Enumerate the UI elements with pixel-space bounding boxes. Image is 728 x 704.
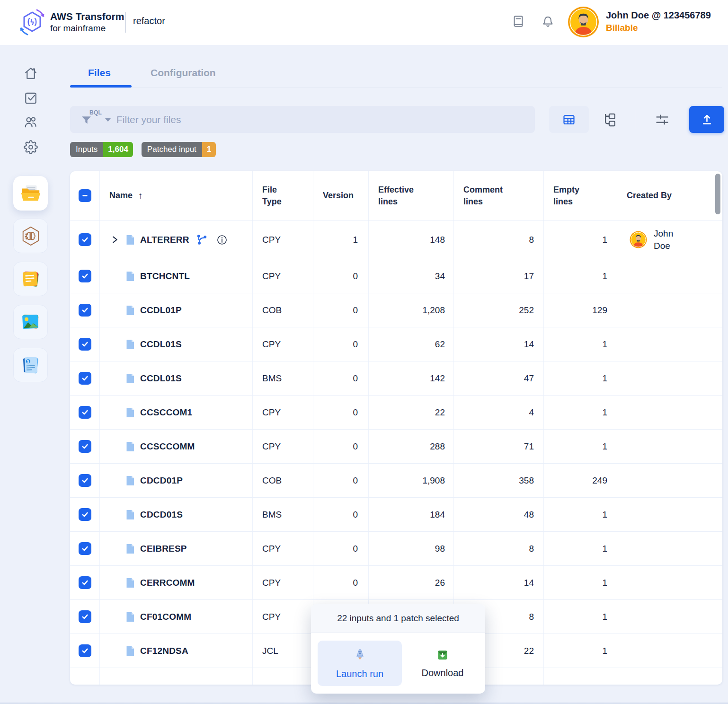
row-checkbox[interactable] — [70, 634, 99, 668]
row-checkbox[interactable] — [70, 361, 99, 395]
sidebar-billing-card[interactable] — [13, 348, 48, 382]
indeterminate-checkbox-icon[interactable] — [79, 189, 91, 202]
row-checkbox[interactable] — [70, 259, 99, 293]
folder-icon — [20, 183, 42, 204]
sidebar-home-icon[interactable] — [24, 66, 38, 80]
created-by-cell — [617, 566, 722, 599]
filter-funnel-icon[interactable] — [81, 116, 92, 125]
file-name-cell[interactable]: CCDL01S — [99, 361, 252, 395]
file-name-cell[interactable]: CF01COMM — [99, 600, 252, 634]
row-checkbox[interactable] — [70, 220, 99, 259]
sidebar-settings-icon[interactable] — [24, 140, 38, 154]
row-checkbox[interactable] — [70, 430, 99, 463]
file-name-cell[interactable]: CDCD01P — [99, 464, 252, 497]
file-icon — [124, 611, 136, 623]
file-icon — [124, 543, 136, 554]
row-checkbox[interactable] — [70, 327, 99, 361]
column-header-empty-lines[interactable]: Empty lines — [543, 171, 617, 220]
file-name-cell[interactable]: ALTERERR — [99, 220, 252, 259]
tree-view-toggle[interactable] — [600, 111, 618, 129]
file-type-cell: BMS — [252, 361, 313, 395]
column-settings-button[interactable] — [653, 111, 671, 129]
file-name-cell[interactable]: CCSCCOM1 — [99, 396, 252, 429]
sidebar-analysis-card[interactable] — [13, 219, 48, 253]
sidebar-files-card[interactable] — [13, 176, 48, 211]
empty-lines-cell: 129 — [543, 293, 617, 327]
created-by-cell — [617, 464, 722, 497]
comment-lines-cell: 4 — [453, 396, 543, 429]
file-name: CDCD01S — [140, 510, 183, 520]
version-cell: 0 — [313, 361, 368, 395]
version-cell: 1 — [313, 220, 368, 259]
filter-input[interactable] — [116, 106, 524, 133]
receipt-icon — [20, 354, 42, 376]
avatar — [630, 231, 647, 248]
table-view-toggle[interactable] — [549, 106, 589, 133]
file-name-cell[interactable]: CEIBRESP — [99, 532, 252, 565]
sidebar-notes-card[interactable] — [13, 262, 48, 296]
created-by-name: John Doe — [654, 228, 685, 252]
tab-files[interactable]: Files — [88, 67, 111, 79]
expand-chevron-icon[interactable] — [111, 236, 119, 244]
inputs-badge-label: Inputs — [70, 142, 103, 157]
brand-divider — [125, 12, 126, 33]
file-name-cell[interactable]: CCDL01S — [99, 327, 252, 361]
empty-lines-cell: 1 — [543, 566, 617, 599]
empty-lines-cell: 1 — [543, 600, 617, 634]
tree-view-icon — [602, 113, 617, 127]
file-name-cell[interactable]: CCSCCOMM — [99, 430, 252, 463]
column-header-file-type[interactable]: File Type — [252, 171, 313, 220]
notifications-bell-icon[interactable] — [541, 14, 555, 28]
version-cell: 0 — [313, 396, 368, 429]
file-icon — [124, 339, 136, 350]
file-icon — [124, 509, 136, 520]
tab-configuration[interactable]: Configuration — [151, 67, 216, 79]
launch-run-button[interactable]: Launch run — [318, 641, 402, 686]
file-name-cell[interactable]: CF12NDSA — [99, 634, 252, 668]
row-checkbox[interactable] — [70, 498, 99, 531]
row-checkbox[interactable] — [70, 293, 99, 327]
info-icon[interactable] — [216, 234, 228, 246]
table-row: ALTERERRCPY114881 John Doe — [70, 220, 722, 259]
patched-badge-label: Patched input — [142, 142, 202, 157]
file-icon — [124, 373, 136, 384]
created-by-cell — [617, 361, 722, 395]
row-checkbox[interactable] — [70, 600, 99, 634]
filter-caret-down-icon[interactable] — [105, 118, 111, 122]
column-header-comment-lines[interactable]: Comment lines — [453, 171, 543, 220]
row-checkbox[interactable] — [70, 566, 99, 599]
select-all-checkbox[interactable] — [70, 171, 99, 220]
empty-lines-cell: 1 — [543, 396, 617, 429]
download-button[interactable]: Download — [408, 641, 478, 686]
file-name-cell[interactable]: CDCD01S — [99, 498, 252, 531]
created-by-cell — [617, 634, 722, 668]
comment-lines-cell: 14 — [453, 566, 543, 599]
row-checkbox[interactable] — [70, 532, 99, 565]
rocket-icon — [353, 648, 367, 662]
column-header-created-by[interactable]: Created By — [617, 171, 722, 220]
user-avatar[interactable] — [568, 6, 599, 38]
column-header-effective-lines[interactable]: Effective lines — [368, 171, 453, 220]
effective-lines-cell: 22 — [368, 396, 453, 429]
effective-lines-cell: 34 — [368, 259, 453, 293]
table-scrollbar-thumb[interactable] — [715, 174, 720, 214]
file-name-cell[interactable]: CERRCOMM — [99, 566, 252, 599]
file-name-cell[interactable]: BTCHCNTL — [99, 259, 252, 293]
file-type-cell: CPY — [252, 430, 313, 463]
row-checkbox[interactable] — [70, 464, 99, 497]
file-name: CCDL01S — [140, 373, 182, 384]
sidebar-users-icon[interactable] — [24, 115, 38, 129]
column-header-name[interactable]: Name↑ — [99, 171, 252, 220]
created-by-cell — [617, 600, 722, 634]
version-cell: 0 — [313, 498, 368, 531]
file-name-cell[interactable]: CCDL01P — [99, 293, 252, 327]
row-checkbox[interactable] — [70, 396, 99, 429]
created-by-cell — [617, 327, 722, 361]
documentation-icon[interactable] — [512, 15, 524, 27]
created-by-cell — [617, 396, 722, 429]
sidebar-tasks-icon[interactable] — [24, 91, 38, 105]
upload-button[interactable] — [689, 106, 724, 133]
sidebar-images-card[interactable] — [13, 305, 48, 339]
column-header-version[interactable]: Version — [313, 171, 368, 220]
branch-icon[interactable] — [196, 234, 208, 246]
